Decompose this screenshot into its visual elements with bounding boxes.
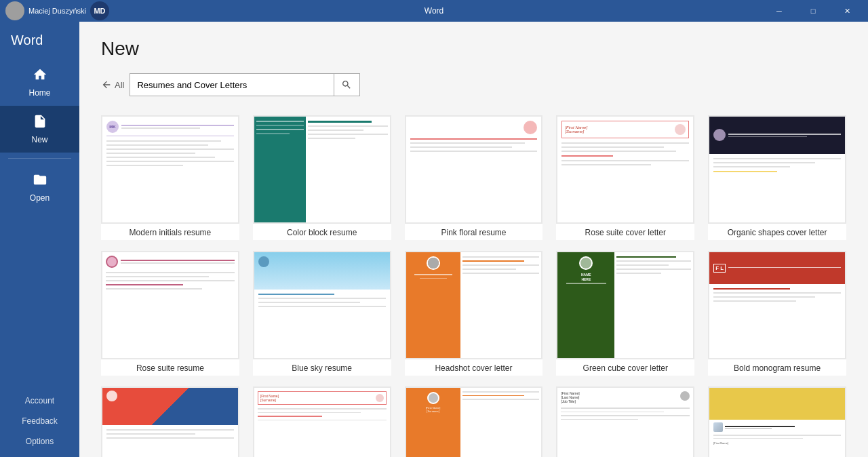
template-thumb-row3-item3: [First Name][Surname] <box>405 386 543 457</box>
template-thumb-row3-item4: [First Name][Last Name][Job Title] <box>556 386 694 457</box>
open-icon <box>33 172 47 191</box>
template-thumb-row3-item2: [First Name][Surname] <box>253 386 391 457</box>
template-card-pink-floral-resume[interactable]: Pink floral resume <box>405 115 543 240</box>
sidebar-item-options[interactable]: Options <box>0 431 79 452</box>
app-title: Word <box>425 6 443 16</box>
page-title: New <box>101 38 846 60</box>
template-label-rose-suite-cover-letter: Rose suite cover letter <box>556 224 694 240</box>
template-thumb-rose-suite-cover-letter: [First Name][Surname] <box>556 115 694 224</box>
titlebar: Word Maciej Duszyński MD ─ □ ✕ <box>0 0 868 22</box>
search-back-link[interactable]: All <box>101 79 124 90</box>
sidebar-item-home[interactable]: Home <box>0 59 79 106</box>
template-label-headshot-cover-letter: Headshot cover letter <box>405 359 543 376</box>
template-label-pink-floral-resume: Pink floral resume <box>405 224 543 240</box>
template-label-blue-sky-resume: Blue sky resume <box>253 359 391 376</box>
template-card-blue-sky-resume[interactable]: Blue sky resume <box>253 251 391 376</box>
app-body: Word Home New Open Account Feed <box>0 22 868 457</box>
template-thumb-row3-item1 <box>101 386 239 457</box>
user-info[interactable]: Maciej Duszyński MD <box>5 1 109 20</box>
template-thumb-pink-floral-resume <box>405 115 543 224</box>
sidebar-item-feedback[interactable]: Feedback <box>0 411 79 431</box>
back-label: All <box>115 80 124 90</box>
template-thumb-green-cube-cover-letter: NAMEHERE <box>556 251 694 359</box>
user-initials: MD <box>90 1 109 20</box>
template-label-color-block-resume: Color block resume <box>253 224 391 240</box>
search-bar: All <box>101 73 846 96</box>
template-thumb-rose-suite-resume <box>101 251 239 359</box>
template-label-organic-shapes-cover-letter: Organic shapes cover letter <box>708 224 846 240</box>
template-card-rose-suite-resume[interactable]: Rose suite resume <box>101 251 239 376</box>
sidebar-item-new[interactable]: New <box>0 106 79 153</box>
sidebar-divider <box>8 158 71 159</box>
template-label-rose-suite-resume: Rose suite resume <box>101 359 239 376</box>
templates-grid: MK Modern initials resume Color block re… <box>101 115 846 457</box>
template-thumb-bold-monogram-resume: F L <box>708 251 846 359</box>
template-card-color-block-resume[interactable]: Color block resume <box>253 115 391 240</box>
template-thumb-color-block-resume <box>253 115 391 224</box>
template-card-row3-item4[interactable]: [First Name][Last Name][Job Title] <box>556 386 694 457</box>
template-thumb-blue-sky-resume <box>253 251 391 359</box>
template-card-organic-shapes-cover-letter[interactable]: Organic shapes cover letter <box>708 115 846 240</box>
template-thumb-modern-initials-resume: MK <box>101 115 239 224</box>
template-card-headshot-cover-letter[interactable]: Headshot cover letter <box>405 251 543 376</box>
home-icon <box>33 67 47 85</box>
search-input-wrap <box>130 73 360 96</box>
sidebar: Word Home New Open Account Feed <box>0 22 79 457</box>
template-thumb-headshot-cover-letter <box>405 251 543 359</box>
search-button[interactable] <box>334 74 358 96</box>
template-card-row3-item2[interactable]: [First Name][Surname] <box>253 386 391 457</box>
template-label-modern-initials-resume: Modern initials resume <box>101 224 239 240</box>
window-controls[interactable]: ─ □ ✕ <box>764 0 863 22</box>
template-card-row3-item5[interactable]: [First Name] <box>708 386 846 457</box>
sidebar-brand: Word <box>0 27 79 59</box>
user-avatar <box>5 1 24 20</box>
sidebar-new-label: New <box>31 135 47 144</box>
sidebar-item-open[interactable]: Open <box>0 164 79 211</box>
template-card-row3-item1[interactable] <box>101 386 239 457</box>
template-card-bold-monogram-resume[interactable]: F L Bold monogram resume <box>708 251 846 376</box>
user-name: Maciej Duszyński <box>28 7 86 15</box>
new-icon <box>33 114 47 132</box>
main-content: New All MK Modern initial <box>79 22 868 457</box>
template-label-green-cube-cover-letter: Green cube cover letter <box>556 359 694 376</box>
sidebar-bottom: Account Feedback Options <box>0 391 79 457</box>
template-thumb-row3-item5: [First Name] <box>708 386 846 457</box>
minimize-button[interactable]: ─ <box>764 0 795 22</box>
search-input[interactable] <box>130 76 334 94</box>
sidebar-open-label: Open <box>30 193 50 203</box>
template-card-green-cube-cover-letter[interactable]: NAMEHERE Green cube cover letter <box>556 251 694 376</box>
sidebar-item-account[interactable]: Account <box>0 391 79 411</box>
template-card-modern-initials-resume[interactable]: MK Modern initials resume <box>101 115 239 240</box>
close-button[interactable]: ✕ <box>831 0 863 22</box>
maximize-button[interactable]: □ <box>797 0 829 22</box>
template-label-bold-monogram-resume: Bold monogram resume <box>708 359 846 376</box>
template-card-row3-item3[interactable]: [First Name][Surname] <box>405 386 543 457</box>
template-thumb-organic-shapes-cover-letter <box>708 115 846 224</box>
sidebar-home-label: Home <box>28 88 50 98</box>
template-card-rose-suite-cover-letter[interactable]: [First Name][Surname] Rose suite cover l… <box>556 115 694 240</box>
